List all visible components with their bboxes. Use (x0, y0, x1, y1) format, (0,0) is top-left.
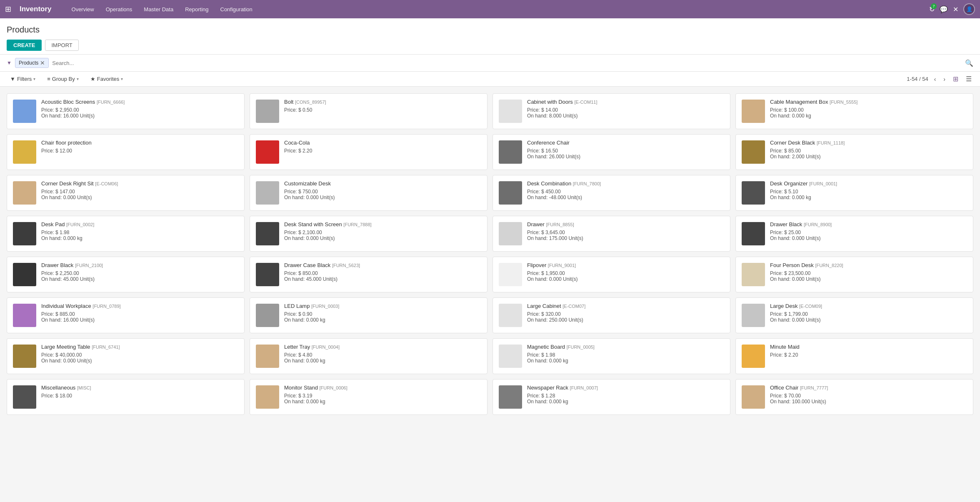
search-filter-tag[interactable]: Products ✕ (15, 58, 49, 68)
product-name: LED Lamp [FURN_0003] (284, 303, 482, 310)
product-card[interactable]: Monitor Stand [FURN_0006]Price: $ 3.19On… (250, 379, 488, 415)
product-stock: On hand: 0.000 Unit(s) (284, 195, 482, 200)
product-card[interactable]: Corner Desk Right Sit [E-COM06]Price: $ … (7, 175, 245, 211)
next-page-button[interactable]: › (942, 75, 947, 83)
product-price: Price: $ 450.00 (527, 189, 725, 195)
product-info: Conference ChairPrice: $ 16.50On hand: 2… (527, 140, 725, 160)
create-button[interactable]: CREATE (7, 40, 42, 51)
prev-page-button[interactable]: ‹ (932, 75, 938, 83)
nav-reporting[interactable]: Reporting (180, 4, 213, 15)
product-card[interactable]: Customizable DeskPrice: $ 750.00On hand:… (250, 175, 488, 211)
nav-master-data[interactable]: Master Data (139, 4, 178, 15)
product-stock: On hand: 2.000 Unit(s) (770, 154, 968, 160)
product-card[interactable]: Chair floor protectionPrice: $ 12.00 (7, 134, 245, 170)
product-image (255, 262, 280, 287)
product-image (255, 180, 280, 205)
product-stock: On hand: 0.000 kg (770, 195, 968, 200)
product-card[interactable]: Large Desk [E-COM09]Price: $ 1,799.00On … (735, 297, 973, 333)
product-name: Miscellaneous [MISC] (41, 385, 239, 392)
product-card[interactable]: Drawer Black [FURN_2100]Price: $ 2,250.0… (7, 257, 245, 292)
product-image (12, 344, 37, 369)
product-card[interactable]: Flipover [FURN_9001]Price: $ 1,950.00On … (492, 257, 730, 292)
product-card[interactable]: Coca-ColaPrice: $ 2.20 (250, 134, 488, 170)
product-info: Minute MaidPrice: $ 2.20 (770, 344, 968, 358)
import-button[interactable]: IMPORT (45, 40, 78, 51)
product-card[interactable]: Drawer Case Black [FURN_5623]Price: $ 85… (250, 257, 488, 292)
page-title: Products (7, 22, 973, 36)
product-name: Chair floor protection (41, 140, 239, 147)
products-container: Acoustic Bloc Screens [FURN_6666]Price: … (0, 87, 980, 422)
product-price: Price: $ 0.50 (284, 107, 482, 113)
product-card[interactable]: Corner Desk Black [FURN_1118]Price: $ 85… (735, 134, 973, 170)
product-card[interactable]: Desk Pad [FURN_0002]Price: $ 1.98On hand… (7, 216, 245, 252)
product-card[interactable]: Desk Stand with Screen [FURN_7888]Price:… (250, 216, 488, 252)
product-stock: On hand: 0.000 kg (284, 317, 482, 323)
product-image (12, 180, 37, 205)
product-info: Large Meeting Table [FURN_6741]Price: $ … (41, 344, 239, 364)
product-stock: On hand: 0.000 Unit(s) (770, 276, 968, 282)
product-card[interactable]: Large Meeting Table [FURN_6741]Price: $ … (7, 338, 245, 374)
product-card[interactable]: Desk Organizer [FURN_0001]Price: $ 5.10O… (735, 175, 973, 211)
product-name: Corner Desk Black [FURN_1118] (770, 140, 968, 147)
nav-configuration[interactable]: Configuration (215, 4, 258, 15)
product-image (741, 385, 766, 410)
product-card[interactable]: Minute MaidPrice: $ 2.20 (735, 338, 973, 374)
product-info: Desk Stand with Screen [FURN_7888]Price:… (284, 221, 482, 241)
nav-overview[interactable]: Overview (67, 4, 99, 15)
chevron-down-icon: ▾ (33, 77, 35, 81)
product-card[interactable]: Conference ChairPrice: $ 16.50On hand: 2… (492, 134, 730, 170)
list-view-button[interactable]: ☰ (964, 74, 973, 84)
product-info: Office Chair [FURN_7777]Price: $ 70.00On… (770, 385, 968, 405)
product-stock: On hand: 0.000 Unit(s) (527, 276, 725, 282)
filters-button[interactable]: ▼ Filters ▾ (7, 74, 39, 84)
product-info: LED Lamp [FURN_0003]Price: $ 0.90On hand… (284, 303, 482, 323)
tag-remove-icon[interactable]: ✕ (40, 60, 45, 66)
product-card[interactable]: Miscellaneous [MISC]Price: $ 18.00 (7, 379, 245, 415)
product-card[interactable]: Letter Tray [FURN_0004]Price: $ 4.80On h… (250, 338, 488, 374)
product-card[interactable]: Four Person Desk [FURN_8220]Price: $ 23,… (735, 257, 973, 292)
product-card[interactable]: Cabinet with Doors [E-COM11]Price: $ 14.… (492, 93, 730, 129)
product-price: Price: $ 2.20 (770, 352, 968, 358)
app-brand: Inventory (20, 5, 52, 13)
product-info: Desk Organizer [FURN_0001]Price: $ 5.10O… (770, 180, 968, 200)
product-card[interactable]: Bolt [CONS_89957]Price: $ 0.50 (250, 93, 488, 129)
product-stock: On hand: 0.000 Unit(s) (41, 195, 239, 200)
groupby-icon: ≡ (47, 76, 50, 82)
product-card[interactable]: Acoustic Bloc Screens [FURN_6666]Price: … (7, 93, 245, 129)
product-info: Four Person Desk [FURN_8220]Price: $ 23,… (770, 262, 968, 282)
product-card[interactable]: Magnetic Board [FURN_0005]Price: $ 1.98O… (492, 338, 730, 374)
refresh-icon[interactable]: ↻ 7 (929, 5, 935, 13)
grid-icon[interactable]: ⊞ (5, 5, 11, 14)
product-stock: On hand: 16.000 Unit(s) (41, 317, 239, 323)
avatar[interactable]: 👤 (963, 3, 975, 15)
grid-view-button[interactable]: ⊞ (951, 74, 960, 84)
product-stock: On hand: 0.000 kg (284, 399, 482, 405)
product-name: Desk Organizer [FURN_0001] (770, 180, 968, 187)
product-name: Coca-Cola (284, 140, 482, 147)
product-card[interactable]: Newspaper Rack [FURN_0007]Price: $ 1.28O… (492, 379, 730, 415)
product-card[interactable]: Large Cabinet [E-COM07]Price: $ 320.00On… (492, 297, 730, 333)
favorites-button[interactable]: ★ Favorites ▾ (87, 74, 126, 84)
product-card[interactable]: Desk Combination [FURN_7800]Price: $ 450… (492, 175, 730, 211)
product-price: Price: $ 2.20 (284, 148, 482, 154)
navbar: ⊞ Inventory Overview Operations Master D… (0, 0, 980, 18)
product-info: Desk Combination [FURN_7800]Price: $ 450… (527, 180, 725, 200)
close-icon[interactable]: ✕ (953, 5, 958, 13)
product-info: Monitor Stand [FURN_0006]Price: $ 3.19On… (284, 385, 482, 405)
product-image (255, 385, 280, 410)
product-card[interactable]: LED Lamp [FURN_0003]Price: $ 0.90On hand… (250, 297, 488, 333)
chat-icon[interactable]: 💬 (940, 5, 948, 13)
product-card[interactable]: Cable Management Box [FURN_5555]Price: $… (735, 93, 973, 129)
group-by-button[interactable]: ≡ Group By ▾ (44, 74, 82, 84)
product-card[interactable]: Individual Workplace [FURN_0789]Price: $… (7, 297, 245, 333)
product-card[interactable]: Office Chair [FURN_7777]Price: $ 70.00On… (735, 379, 973, 415)
product-card[interactable]: Drawer [FURN_8855]Price: $ 3,645.00On ha… (492, 216, 730, 252)
nav-operations[interactable]: Operations (101, 4, 138, 15)
search-icon[interactable]: 🔍 (965, 59, 973, 67)
filter-icon: ▼ (7, 60, 12, 66)
product-info: Corner Desk Right Sit [E-COM06]Price: $ … (41, 180, 239, 200)
product-info: Drawer [FURN_8855]Price: $ 3,645.00On ha… (527, 221, 725, 241)
product-card[interactable]: Drawer Black [FURN_8900]Price: $ 25.00On… (735, 216, 973, 252)
product-price: Price: $ 16.50 (527, 148, 725, 154)
search-input[interactable] (52, 60, 962, 66)
